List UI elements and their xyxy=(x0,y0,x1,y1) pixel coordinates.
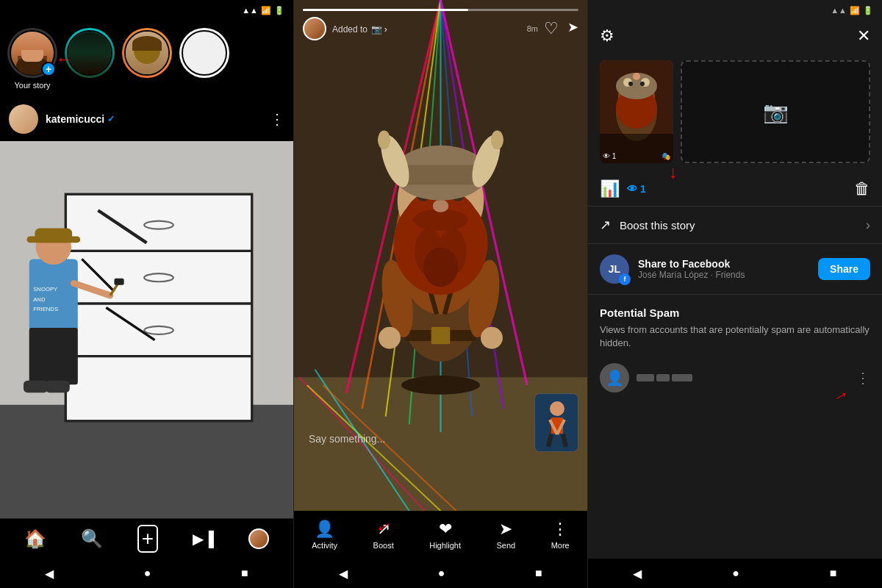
panel-story-insights: ▲▲ 📶 🔋 ⚙ ✕ 👁 1 xyxy=(588,0,882,588)
svg-rect-16 xyxy=(29,328,78,384)
camera-icon: 📷 xyxy=(763,100,789,124)
android-back-2[interactable]: ◀ xyxy=(339,567,348,581)
svg-line-73 xyxy=(548,434,551,447)
spam-name-block-1 xyxy=(637,374,654,381)
svg-text:FRIENDS: FRIENDS xyxy=(33,306,58,312)
android-recent-2[interactable]: ■ xyxy=(535,567,542,580)
close-icon[interactable]: ✕ xyxy=(857,26,870,46)
search-nav-icon[interactable]: 🔍 xyxy=(81,528,103,549)
share-fb-subtitle: José María López · Friends xyxy=(638,270,809,280)
spam-section: Potential Spam Views from accounts that … xyxy=(588,295,882,356)
story-heart-icon[interactable]: ♡ xyxy=(544,19,559,38)
person-icon: 👤 xyxy=(606,369,624,387)
android-home-2[interactable]: ● xyxy=(438,567,445,580)
highlight-icon: ❤ xyxy=(439,520,452,539)
highlight-label: Highlight xyxy=(429,541,461,550)
svg-text:SNOOPY: SNOOPY xyxy=(33,286,57,293)
svg-rect-18 xyxy=(46,381,70,393)
settings-icon[interactable]: ⚙ xyxy=(600,26,614,46)
android-nav-3: ◀ ● ■ xyxy=(588,559,882,588)
views-number: 1 xyxy=(640,183,646,195)
svg-point-84 xyxy=(640,82,645,86)
story-viewer-area: Added to 📷 › 8m ♡ ➤ Say something... xyxy=(294,0,587,511)
svg-rect-42 xyxy=(431,327,451,345)
android-recent-3[interactable]: ■ xyxy=(830,567,837,580)
story-item-3[interactable] xyxy=(122,28,172,90)
story-added-text: Added to xyxy=(332,24,368,35)
story-send-icon[interactable]: ➤ xyxy=(567,19,578,38)
story-thumbnail[interactable]: 👁 1 🎭 xyxy=(600,60,673,163)
spam-title: Potential Spam xyxy=(600,306,870,319)
boost-story-row[interactable]: ↗ Boost this story › xyxy=(588,207,882,244)
verified-icon: ✓ xyxy=(107,114,115,124)
feed-more-icon[interactable]: ⋮ xyxy=(270,110,284,128)
story-user-info: Added to 📷 › xyxy=(332,22,387,35)
reels-nav-icon[interactable]: ▶▐ xyxy=(193,530,214,548)
story-avatar-4 xyxy=(182,30,227,76)
share-facebook-row: JL f Share to Facebook José María López … xyxy=(588,244,882,295)
say-something-input[interactable]: Say something... xyxy=(309,433,385,445)
add-story-badge[interactable]: + xyxy=(41,62,56,76)
home-nav-icon[interactable]: 🏠 xyxy=(24,528,46,549)
fb-user-avatar: JL f xyxy=(600,254,629,284)
spam-name-block-3 xyxy=(672,374,692,381)
svg-point-55 xyxy=(423,248,458,287)
svg-point-83 xyxy=(628,82,633,86)
reply-thumbnail xyxy=(534,393,578,452)
add-story-camera[interactable]: 📷 xyxy=(681,60,870,163)
svg-point-69 xyxy=(550,401,564,416)
share-facebook-button[interactable]: Share xyxy=(818,258,870,280)
battery-icon-3: 🔋 xyxy=(863,6,873,15)
profile-nav-icon[interactable] xyxy=(248,528,269,549)
boost-label: Boost xyxy=(373,541,394,550)
story-user-row: Added to 📷 › 8m ♡ ➤ xyxy=(303,17,578,40)
story-action-activity[interactable]: 👤 Activity xyxy=(312,520,337,550)
story-action-more[interactable]: ⋮ More xyxy=(551,520,570,550)
story-time: 8m xyxy=(527,24,538,33)
android-back-1[interactable]: ◀ xyxy=(45,567,54,581)
story-avatar-wrap-4[interactable] xyxy=(179,28,229,78)
story-progress-fill xyxy=(303,9,468,11)
android-nav-1: ◀ ● ■ xyxy=(0,559,293,588)
fb-badge-icon: f xyxy=(619,273,631,285)
your-story-item[interactable]: + Your story ← xyxy=(7,28,57,90)
story-action-highlight[interactable]: ❤ Highlight xyxy=(429,520,461,550)
eye-icon: 👁 xyxy=(627,183,637,195)
panel3-header: ⚙ ✕ xyxy=(588,21,882,51)
android-back-3[interactable]: ◀ xyxy=(633,567,642,581)
story-avatar-wrap-3[interactable] xyxy=(122,28,172,78)
story-thumb-area: 👁 1 🎭 📷 xyxy=(588,51,882,172)
svg-text:AND: AND xyxy=(33,296,46,303)
svg-point-67 xyxy=(491,130,503,149)
story-ring-4 xyxy=(179,28,229,78)
more-label: More xyxy=(551,541,570,550)
svg-rect-24 xyxy=(114,279,123,285)
story-action-send[interactable]: ➤ Send xyxy=(496,520,515,550)
spam-user-names xyxy=(637,374,692,381)
your-story-label: Your story xyxy=(14,81,50,90)
story-item-2[interactable] xyxy=(65,28,115,90)
android-nav-2: ◀ ● ■ xyxy=(294,559,587,588)
android-home-1[interactable]: ● xyxy=(144,567,151,580)
share-fb-title: Share to Facebook xyxy=(638,258,809,270)
boost-story-icon: ↗ xyxy=(600,217,611,233)
android-home-3[interactable]: ● xyxy=(732,567,739,580)
chart-icon: 📊 xyxy=(600,179,620,198)
svg-line-74 xyxy=(563,434,566,447)
svg-point-48 xyxy=(379,327,401,349)
story-avatar-3 xyxy=(124,30,170,76)
add-nav-icon[interactable]: + xyxy=(137,525,158,553)
feed-post-avatar[interactable] xyxy=(9,104,38,134)
spam-more-button[interactable]: ⋮ xyxy=(856,369,870,387)
views-count: 👁 1 xyxy=(627,183,646,195)
spam-description: Views from accounts that are potentially… xyxy=(600,323,870,350)
story-item-4[interactable] xyxy=(179,28,229,90)
android-recent-1[interactable]: ■ xyxy=(241,567,248,580)
delete-story-icon[interactable]: 🗑 xyxy=(854,179,870,198)
story-bottom-bar: 👤 Activity ↗ Boost ❤ Highlight ➤ Send ⋮ … xyxy=(294,511,587,559)
boost-story-label: Boost this story xyxy=(620,219,695,232)
story-avatar-wrap-2[interactable] xyxy=(65,28,115,78)
story-thumb-overlay: 👁 1 🎭 xyxy=(600,134,673,163)
your-story-avatar-wrap[interactable]: + xyxy=(7,28,57,78)
thumb-views: 👁 1 xyxy=(603,152,616,160)
